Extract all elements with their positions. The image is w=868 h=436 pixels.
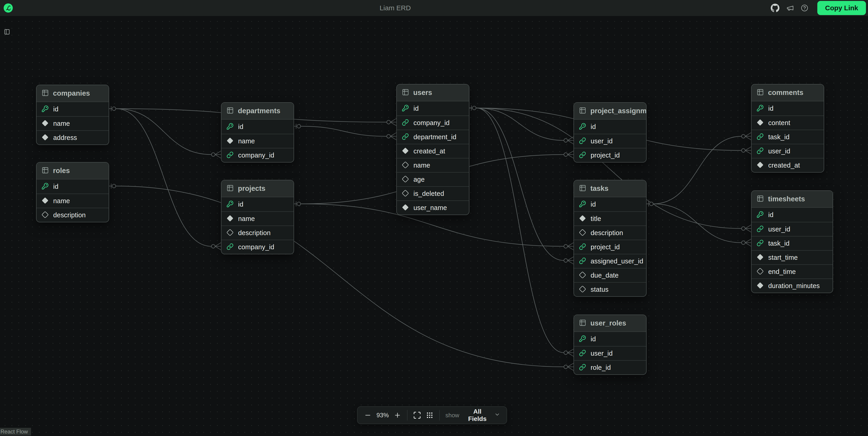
column-row-timesheets-task_id[interactable]: task_id: [751, 236, 833, 250]
column-row-users-company_id[interactable]: company_id: [397, 116, 469, 130]
liam-erd-app: ℒ Liam ERD Copy Link companiesidnameaddr…: [0, 0, 868, 436]
column-row-users-created_at[interactable]: created_at: [397, 144, 469, 158]
column-row-timesheets-id[interactable]: id: [751, 208, 833, 222]
column-row-users-name[interactable]: name: [397, 158, 469, 172]
column-row-users-id[interactable]: id: [397, 101, 469, 116]
table-tasks[interactable]: tasksidtitledescriptionproject_idassigne…: [574, 180, 647, 297]
relationship-edge-tasks-comments[interactable]: [647, 136, 742, 204]
table-comments[interactable]: commentsidcontenttask_iduser_idcreated_a…: [751, 84, 824, 173]
table-header[interactable]: roles: [36, 162, 109, 180]
column-row-projects-company_id[interactable]: company_id: [221, 240, 293, 254]
panel-left-icon: [4, 32, 10, 36]
relationship-edge-users-user_roles[interactable]: [469, 108, 564, 353]
table-header[interactable]: departments: [221, 103, 293, 120]
copy-link-button[interactable]: Copy Link: [817, 1, 866, 15]
column-row-roles-name[interactable]: name: [36, 194, 109, 208]
fields-filter-select[interactable]: All Fields: [462, 408, 501, 423]
table-icon: [579, 184, 586, 193]
github-icon[interactable]: [771, 4, 779, 12]
column-row-projects-id[interactable]: id: [221, 197, 293, 211]
crows-foot-many-icon: [745, 133, 751, 140]
table-title: project_assignme...: [590, 107, 647, 115]
table-departments[interactable]: departmentsidnamecompany_id: [221, 102, 294, 162]
table-title: user_roles: [590, 319, 626, 328]
react-flow-attribution[interactable]: React Flow: [0, 428, 31, 436]
column-row-tasks-description[interactable]: description: [574, 225, 646, 240]
column-row-comments-id[interactable]: id: [751, 101, 824, 116]
column-name: company_id: [238, 243, 274, 251]
column-row-timesheets-start_time[interactable]: start_time: [751, 250, 833, 264]
relationship-edge-departments-users[interactable]: [294, 126, 387, 136]
column-row-user_roles-user_id[interactable]: user_id: [574, 346, 646, 360]
column-row-users-user_name[interactable]: user_name: [397, 200, 469, 215]
table-header[interactable]: comments: [751, 85, 824, 101]
erd-canvas[interactable]: companiesidnameaddressrolesidnamedescrip…: [0, 16, 868, 436]
table-header[interactable]: tasks: [574, 180, 646, 197]
column-row-tasks-project_id[interactable]: project_id: [574, 240, 646, 254]
column-row-projects-description[interactable]: description: [221, 225, 293, 240]
help-icon[interactable]: [801, 4, 808, 12]
table-header[interactable]: projects: [221, 180, 293, 197]
relationship-edge-users-project_assignments[interactable]: [469, 108, 564, 141]
column-row-roles-description[interactable]: description: [36, 208, 109, 222]
zoom-in-button[interactable]: [393, 410, 402, 420]
fit-view-button[interactable]: [412, 410, 422, 420]
column-row-departments-name[interactable]: name: [221, 134, 293, 148]
foreign-key-icon: [756, 147, 764, 155]
table-companies[interactable]: companiesidnameaddress: [36, 85, 109, 145]
column-row-tasks-id[interactable]: id: [574, 197, 646, 211]
column-row-comments-content[interactable]: content: [751, 116, 824, 130]
relationship-edge-roles-user_roles[interactable]: [109, 186, 564, 367]
table-header[interactable]: companies: [36, 85, 109, 102]
column-row-users-is_deleted[interactable]: is_deleted: [397, 186, 469, 200]
column-row-roles-id[interactable]: id: [36, 180, 109, 194]
column-row-tasks-due_date[interactable]: due_date: [574, 268, 646, 282]
column-name: project_id: [591, 243, 620, 251]
table-timesheets[interactable]: timesheetsiduser_idtask_idstart_timeend_…: [751, 190, 833, 293]
column-row-companies-id[interactable]: id: [36, 102, 109, 116]
column-row-companies-address[interactable]: address: [36, 130, 109, 145]
column-row-tasks-status[interactable]: status: [574, 282, 646, 296]
column-row-timesheets-duration_minutes[interactable]: duration_minutes: [751, 279, 833, 293]
column-name: id: [53, 105, 58, 113]
column-row-timesheets-user_id[interactable]: user_id: [751, 222, 833, 236]
column-row-users-age[interactable]: age: [397, 172, 469, 186]
column-row-departments-company_id[interactable]: company_id: [221, 148, 293, 162]
zoom-out-button[interactable]: [363, 410, 373, 420]
column-name: description: [238, 229, 271, 237]
column-row-projects-name[interactable]: name: [221, 211, 293, 225]
column-row-departments-id[interactable]: id: [221, 120, 293, 134]
column-row-project_assignments-id[interactable]: id: [574, 120, 646, 134]
table-projects[interactable]: projectsidnamedescriptioncompany_id: [221, 180, 294, 254]
column-row-tasks-title[interactable]: title: [574, 211, 646, 225]
table-header[interactable]: users: [397, 85, 469, 101]
column-row-comments-task_id[interactable]: task_id: [751, 130, 824, 144]
column-row-users-department_id[interactable]: department_id: [397, 130, 469, 144]
column-name: title: [591, 215, 601, 223]
tidy-up-button[interactable]: [425, 410, 434, 420]
table-header[interactable]: timesheets: [751, 191, 833, 208]
column-row-timesheets-end_time[interactable]: end_time: [751, 264, 833, 279]
table-users[interactable]: usersidcompany_iddepartment_idcreated_at…: [396, 84, 469, 215]
relationship-edge-tasks-timesheets[interactable]: [647, 204, 742, 243]
relationship-edge-users-tasks[interactable]: [469, 108, 564, 260]
column-row-project_assignments-user_id[interactable]: user_id: [574, 134, 646, 148]
table-user_roles[interactable]: user_rolesiduser_idrole_id: [574, 315, 647, 375]
liam-logo-icon[interactable]: ℒ: [4, 3, 13, 12]
relationship-edge-companies-projects[interactable]: [109, 108, 211, 246]
column-row-companies-name[interactable]: name: [36, 116, 109, 130]
column-row-comments-created_at[interactable]: created_at: [751, 158, 824, 172]
table-project_assignments[interactable]: project_assignme...iduser_idproject_id: [574, 102, 647, 162]
column-row-project_assignments-project_id[interactable]: project_id: [574, 148, 646, 162]
column-row-user_roles-id[interactable]: id: [574, 332, 646, 346]
column-row-comments-user_id[interactable]: user_id: [751, 144, 824, 158]
table-roles[interactable]: rolesidnamedescription: [36, 162, 109, 222]
table-header[interactable]: user_roles: [574, 315, 646, 332]
column-row-tasks-assigned_user_id[interactable]: assigned_user_id: [574, 254, 646, 268]
megaphone-icon[interactable]: [786, 4, 794, 12]
column-row-user_roles-role_id[interactable]: role_id: [574, 360, 646, 374]
relationship-edge-companies-departments[interactable]: [109, 108, 211, 155]
sidebar-toggle-button[interactable]: [4, 29, 10, 36]
nullable-diamond-icon: [402, 161, 409, 169]
table-header[interactable]: project_assignme...: [574, 103, 646, 120]
